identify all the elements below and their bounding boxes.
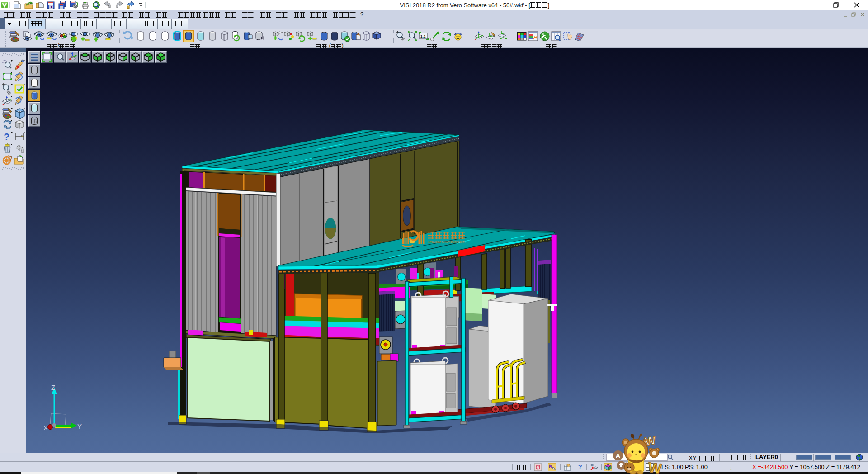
svg-text:INTELLIGENT MANUFACTURING DATA: INTELLIGENT MANUFACTURING DATA [428,241,465,243]
svg-text:W: W [644,434,657,448]
svg-text:?: ? [4,131,9,142]
svg-text:W: W [647,460,662,474]
svg-text:X: X [43,424,48,431]
svg-text:Y: Y [77,422,82,430]
svg-text:Z: Z [51,384,55,391]
svg-text:A: A [616,452,621,460]
svg-text:1:1: 1:1 [420,34,426,38]
